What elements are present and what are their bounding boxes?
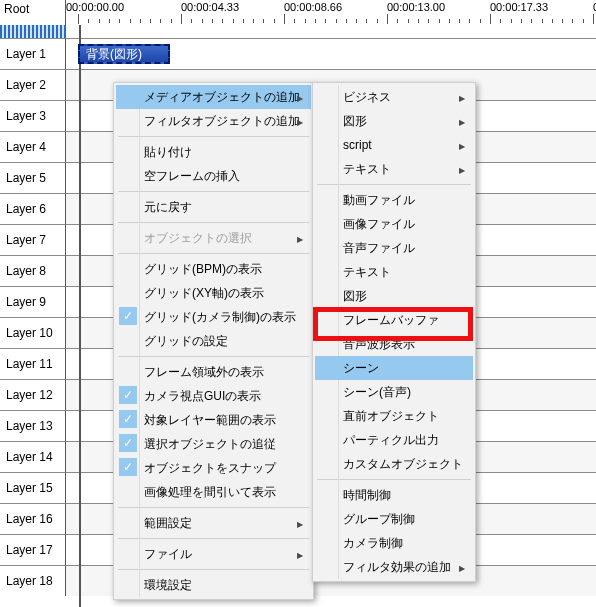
root-track-label[interactable]: Root (0, 0, 66, 25)
layer-label[interactable]: Layer 7 (0, 224, 66, 255)
menu-item[interactable]: メディアオブジェクトの追加 (116, 85, 311, 109)
menu-item-label: テキスト (343, 162, 391, 176)
menu-item-label: オブジェクトをスナップ (144, 461, 276, 475)
menu-item-label: グループ制御 (343, 512, 415, 526)
timeline-clip[interactable]: 背景(図形) (78, 44, 170, 64)
menu-item[interactable]: 時間制御 (315, 483, 473, 507)
timecode: 00:00:04.33 (181, 1, 239, 13)
menu-item[interactable]: 画像ファイル (315, 212, 473, 236)
menu-item[interactable]: シーン(音声) (315, 380, 473, 404)
menu-item[interactable]: 選択オブジェクトの追従 (116, 432, 311, 456)
menu-item-label: 画像ファイル (343, 217, 415, 231)
menu-item-label: 直前オブジェクト (343, 409, 439, 423)
menu-item-label: ファイル (144, 547, 192, 561)
layer-label[interactable]: Layer 14 (0, 441, 66, 472)
menu-item-label: オブジェクトの選択 (144, 231, 252, 245)
menu-item-label: 環境設定 (144, 578, 192, 592)
menu-item[interactable]: 貼り付け (116, 140, 311, 164)
menu-item[interactable]: カメラ視点GUIの表示 (116, 384, 311, 408)
layer-label[interactable]: Layer 5 (0, 162, 66, 193)
clip-label: 背景(図形) (86, 46, 142, 63)
menu-item[interactable]: ビジネス (315, 85, 473, 109)
menu-item[interactable]: 対象レイヤー範囲の表示 (116, 408, 311, 432)
menu-item-label: 音声波形表示 (343, 337, 415, 351)
menu-item[interactable]: 直前オブジェクト (315, 404, 473, 428)
menu-item[interactable]: 空フレームの挿入 (116, 164, 311, 188)
menu-item-label: 動画ファイル (343, 193, 415, 207)
menu-item[interactable]: フレーム領域外の表示 (116, 360, 311, 384)
menu-item[interactable]: 音声ファイル (315, 236, 473, 260)
menu-item-label: 図形 (343, 289, 367, 303)
menu-item[interactable]: フレームバッファ (315, 308, 473, 332)
menu-item[interactable]: テキスト (315, 157, 473, 181)
menu-separator (118, 136, 309, 137)
menu-item[interactable]: グリッド(カメラ制御)の表示 (116, 305, 311, 329)
menu-item[interactable]: フィルタ効果の追加 (315, 555, 473, 579)
timecode: 00:00:00.00 (66, 1, 124, 13)
menu-item-label: 画像処理を間引いて表示 (144, 485, 276, 499)
menu-item-label: 対象レイヤー範囲の表示 (144, 413, 276, 427)
menu-item-label: 元に戻す (144, 200, 192, 214)
menu-item-label: グリッド(BPM)の表示 (144, 262, 262, 276)
menu-separator (118, 222, 309, 223)
layer-label[interactable]: Layer 11 (0, 348, 66, 379)
menu-item[interactable]: 範囲設定 (116, 511, 311, 535)
layer-label[interactable]: Layer 8 (0, 255, 66, 286)
menu-item[interactable]: グループ制御 (315, 507, 473, 531)
layer-label[interactable]: Layer 13 (0, 410, 66, 441)
menu-item-label: シーン(音声) (343, 385, 411, 399)
menu-separator (118, 253, 309, 254)
menu-item[interactable]: グリッド(XY軸)の表示 (116, 281, 311, 305)
menu-item[interactable]: script (315, 133, 473, 157)
menu-item-label: グリッドの設定 (144, 334, 228, 348)
menu-item[interactable]: カスタムオブジェクト (315, 452, 473, 476)
menu-separator (317, 184, 471, 185)
menu-item[interactable]: ファイル (116, 542, 311, 566)
root-mini-preview (0, 25, 67, 38)
menu-separator (118, 191, 309, 192)
context-menu[interactable]: メディアオブジェクトの追加フィルタオブジェクトの追加貼り付け空フレームの挿入元に… (113, 82, 314, 600)
layer-label[interactable]: Layer 4 (0, 131, 66, 162)
menu-item-label: カメラ制御 (343, 536, 403, 550)
menu-item-label: 空フレームの挿入 (144, 169, 240, 183)
layer-label[interactable]: Layer 17 (0, 534, 66, 565)
menu-separator (118, 538, 309, 539)
menu-item-label: フィルタオブジェクトの追加 (144, 114, 300, 128)
layer-label[interactable]: Layer 18 (0, 565, 66, 596)
layer-label[interactable]: Layer 3 (0, 100, 66, 131)
menu-item[interactable]: 音声波形表示 (315, 332, 473, 356)
layer-label[interactable]: Layer 2 (0, 69, 66, 100)
menu-item[interactable]: 元に戻す (116, 195, 311, 219)
layer-label[interactable]: Layer 9 (0, 286, 66, 317)
menu-item[interactable]: グリッドの設定 (116, 329, 311, 353)
menu-item[interactable]: テキスト (315, 260, 473, 284)
menu-item[interactable]: カメラ制御 (315, 531, 473, 555)
layer-label[interactable]: Layer 15 (0, 472, 66, 503)
timecode: 00:00:17.33 (490, 1, 548, 13)
menu-item[interactable]: 環境設定 (116, 573, 311, 597)
layer-label[interactable]: Layer 10 (0, 317, 66, 348)
menu-item[interactable]: パーティクル出力 (315, 428, 473, 452)
menu-separator (317, 479, 471, 480)
menu-item[interactable]: 図形 (315, 284, 473, 308)
context-submenu[interactable]: ビジネス図形scriptテキスト動画ファイル画像ファイル音声ファイルテキスト図形… (312, 82, 476, 582)
menu-item[interactable]: オブジェクトをスナップ (116, 456, 311, 480)
menu-item-label: グリッド(カメラ制御)の表示 (144, 310, 296, 324)
menu-item[interactable]: 動画ファイル (315, 188, 473, 212)
menu-item[interactable]: グリッド(BPM)の表示 (116, 257, 311, 281)
menu-item: オブジェクトの選択 (116, 226, 311, 250)
playhead[interactable] (79, 25, 81, 607)
mini-timeline[interactable] (66, 25, 596, 38)
time-ruler[interactable]: 00:00:00.00 00:00:04.33 00:00:08.66 00:0… (66, 0, 596, 25)
menu-item-label: 時間制御 (343, 488, 391, 502)
menu-item[interactable]: 画像処理を間引いて表示 (116, 480, 311, 504)
menu-item-label: 図形 (343, 114, 367, 128)
menu-item-label: グリッド(XY軸)の表示 (144, 286, 264, 300)
layer-label[interactable]: Layer 6 (0, 193, 66, 224)
menu-item[interactable]: フィルタオブジェクトの追加 (116, 109, 311, 133)
layer-label[interactable]: Layer 12 (0, 379, 66, 410)
layer-label[interactable]: Layer 16 (0, 503, 66, 534)
menu-item[interactable]: シーン (315, 356, 473, 380)
menu-item[interactable]: 図形 (315, 109, 473, 133)
layer-label[interactable]: Layer 1 (0, 38, 66, 69)
